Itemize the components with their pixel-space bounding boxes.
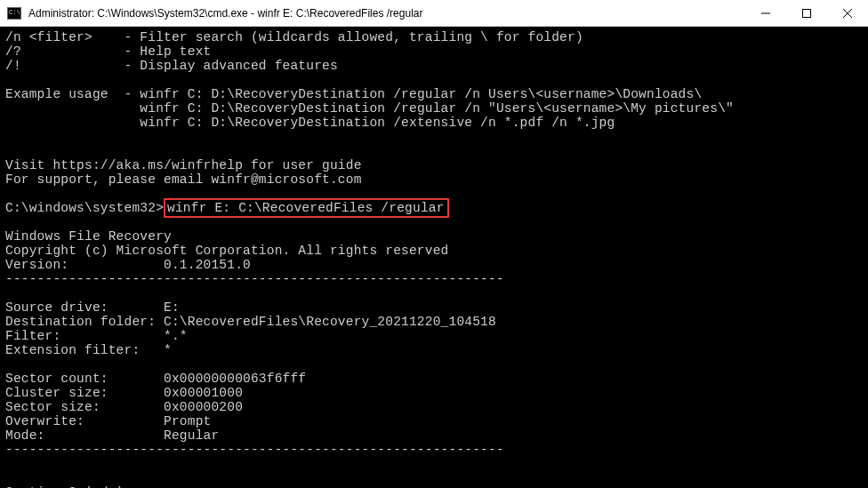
example-2-pad: [5, 101, 140, 116]
help-line-advanced: /! - Display advanced features: [5, 59, 338, 73]
example-1: winfr C: D:\RecoveryDestination /regular…: [140, 87, 702, 101]
maximize-button[interactable]: [786, 0, 827, 27]
help-line-help: /? - Help text: [5, 44, 211, 59]
command-highlight: winfr E: C:\RecoveredFiles /regular: [164, 198, 449, 218]
terminal-output[interactable]: /n <filter> - Filter search (wildcards a…: [0, 27, 868, 488]
window-controls: [745, 0, 868, 27]
divider: ----------------------------------------…: [5, 443, 504, 457]
mode-line: Mode: Regular: [5, 428, 219, 443]
window-titlebar: Administrator: C:\Windows\System32\cmd.e…: [0, 0, 868, 27]
divider: ----------------------------------------…: [5, 272, 504, 286]
example-3: winfr C: D:\RecoveryDestination /extensi…: [140, 116, 615, 130]
version-line: Version: 0.1.20151.0: [5, 258, 251, 272]
entered-command: winfr E: C:\RecoveredFiles /regular: [167, 201, 445, 215]
filter-line: Filter: *.*: [5, 329, 188, 343]
sector-size-line: Sector size: 0x00000200: [5, 400, 243, 414]
example-3-pad: [5, 116, 140, 130]
window-title: Administrator: C:\Windows\System32\cmd.e…: [28, 7, 422, 20]
example-label: Example usage -: [5, 87, 140, 101]
visit-line: Visit https://aka.ms/winfrhelp for user …: [5, 158, 362, 172]
dest-folder-line: Destination folder: C:\RecoveredFiles\Re…: [5, 315, 496, 329]
app-name: Windows File Recovery: [5, 229, 172, 244]
help-line-filter: /n <filter> - Filter search (wildcards a…: [5, 30, 583, 44]
cmd-icon: [7, 7, 21, 20]
sector-count-line: Sector count: 0x00000000063f6fff: [5, 372, 306, 386]
minimize-button[interactable]: [745, 0, 786, 27]
support-line: For support, please email winfr@microsof…: [5, 172, 362, 187]
titlebar-left: Administrator: C:\Windows\System32\cmd.e…: [0, 7, 422, 20]
extension-filter-line: Extension filter: *: [5, 343, 172, 357]
overwrite-line: Overwrite: Prompt: [5, 414, 211, 428]
svg-rect-1: [803, 9, 811, 17]
cluster-size-line: Cluster size: 0x00001000: [5, 386, 243, 400]
close-button[interactable]: [827, 0, 868, 27]
example-2: winfr C: D:\RecoveryDestination /regular…: [140, 101, 734, 116]
copyright-line: Copyright (c) Microsoft Corporation. All…: [5, 244, 448, 258]
prompt-path: C:\windows\system32>: [5, 201, 164, 215]
source-drive-line: Source drive: E:: [5, 300, 180, 315]
